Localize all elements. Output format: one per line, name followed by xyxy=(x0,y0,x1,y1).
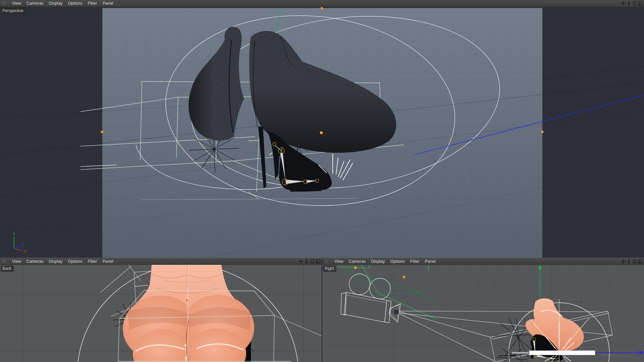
menu-cameras[interactable]: Cameras xyxy=(346,259,369,264)
axis-x-label: X xyxy=(24,249,26,253)
selected-plane-edge[interactable] xyxy=(529,351,595,355)
selection-handle[interactable] xyxy=(354,266,357,269)
menu-options[interactable]: Options xyxy=(65,259,85,264)
viewport-label-perspective: Perspective xyxy=(1,8,26,14)
menu-filter[interactable]: Filter xyxy=(408,259,422,264)
pan-icon[interactable] xyxy=(621,1,626,6)
viewport-label-right: Right xyxy=(323,265,336,272)
menu-panel[interactable]: Panel xyxy=(100,1,116,6)
pan-icon[interactable] xyxy=(621,259,626,264)
viewport-label-back: Back xyxy=(1,265,14,272)
drag-handle-icon[interactable] xyxy=(2,1,7,5)
menu-view[interactable]: View xyxy=(9,1,24,6)
selection-handle[interactable] xyxy=(403,276,405,278)
rotate-icon[interactable] xyxy=(632,259,637,264)
dolly-icon[interactable] xyxy=(627,259,631,264)
viewport-perspective[interactable] xyxy=(0,7,644,258)
axis-y-label: Y xyxy=(13,232,15,236)
menu-options[interactable]: Options xyxy=(388,259,408,264)
menubar-back: View Cameras Display Options Filter Pane… xyxy=(0,258,322,265)
menu-panel[interactable]: Panel xyxy=(100,259,116,264)
pan-icon[interactable] xyxy=(299,259,303,264)
menu-cameras[interactable]: Cameras xyxy=(24,259,46,264)
menubar-perspective: View Cameras Display Options Filter Pane… xyxy=(0,0,644,7)
menu-panel[interactable]: Panel xyxy=(422,259,438,264)
back-scene xyxy=(0,265,322,362)
rotate-icon[interactable] xyxy=(310,259,315,264)
plane-edge-gray xyxy=(512,352,529,354)
drag-handle-icon[interactable] xyxy=(324,259,329,263)
menu-cameras[interactable]: Cameras xyxy=(24,1,46,6)
vertex-dot xyxy=(581,301,582,302)
menu-view[interactable]: View xyxy=(9,259,24,264)
menu-options[interactable]: Options xyxy=(65,1,85,6)
maximize-icon[interactable] xyxy=(316,259,320,264)
menu-display[interactable]: Display xyxy=(46,1,65,6)
dolly-icon[interactable] xyxy=(304,259,309,264)
menu-filter[interactable]: Filter xyxy=(85,259,100,264)
viewport-divider[interactable] xyxy=(322,265,322,362)
perspective-scene xyxy=(0,7,644,258)
menu-display[interactable]: Display xyxy=(369,259,388,264)
menu-display[interactable]: Display xyxy=(46,259,65,264)
axis-z-label: Z xyxy=(22,242,25,246)
maximize-icon[interactable] xyxy=(638,1,643,6)
viewport-back[interactable] xyxy=(0,265,322,362)
menu-view[interactable]: View xyxy=(332,259,346,264)
axis-gizmo: Y X Z xyxy=(8,231,32,255)
dolly-icon[interactable] xyxy=(627,1,631,6)
menu-filter[interactable]: Filter xyxy=(85,1,100,6)
maximize-icon[interactable] xyxy=(638,259,643,264)
drag-handle-icon[interactable] xyxy=(2,259,7,263)
right-scene xyxy=(322,265,644,362)
rotate-icon[interactable] xyxy=(632,1,637,6)
menubar-right: View Cameras Display Options Filter Pane… xyxy=(322,258,644,265)
application-window: View Cameras Display Options Filter Pane… xyxy=(0,0,644,362)
viewport-right[interactable] xyxy=(322,265,644,362)
